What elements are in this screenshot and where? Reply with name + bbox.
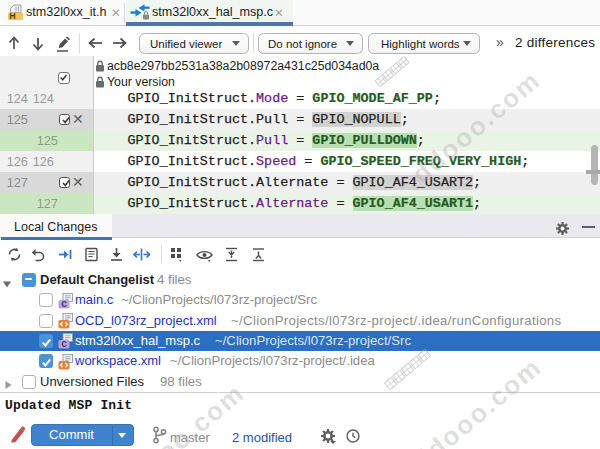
svg-text:H: H [9, 11, 15, 21]
svg-text:c: c [61, 298, 67, 309]
svg-text:c: c [61, 339, 67, 350]
